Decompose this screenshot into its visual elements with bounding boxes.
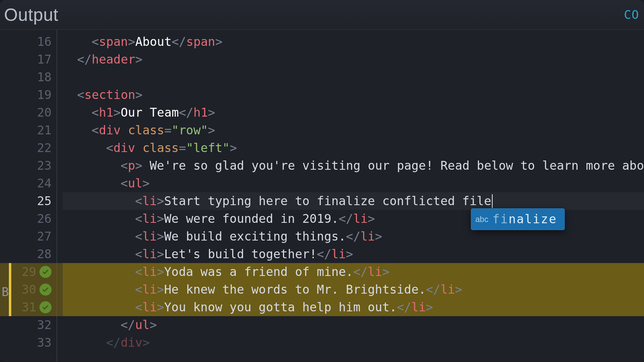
- code-line[interactable]: <div class="left">: [63, 139, 644, 157]
- line-number[interactable]: 23: [9, 157, 53, 175]
- titlebar: Output CO: [0, 0, 644, 30]
- line-number[interactable]: 19: [9, 86, 53, 104]
- conflict-marker: B: [2, 283, 9, 301]
- accept-check-icon[interactable]: [39, 301, 52, 313]
- code-line[interactable]: <li>Let's build together!</li>: [63, 245, 644, 263]
- autocomplete-kind-icon: abc: [475, 210, 488, 228]
- accept-check-icon[interactable]: [39, 284, 52, 296]
- autocomplete-popup[interactable]: abc finalize: [471, 208, 565, 230]
- code-line[interactable]: <li>We build exciting things.</li>: [63, 228, 644, 245]
- panel-title: Output: [4, 5, 58, 25]
- code-line[interactable]: <li>He knew the words to Mr. Brightside.…: [63, 281, 644, 298]
- line-number[interactable]: 17: [9, 51, 53, 68]
- code-line[interactable]: <section>: [63, 86, 644, 104]
- gutter-rule: [56, 30, 57, 362]
- code-line[interactable]: <li>You know you gotta help him out.</li…: [63, 298, 644, 316]
- editor-panel: Output CO B 1617181920212223242526272829…: [0, 0, 644, 362]
- autocomplete-suggestion[interactable]: finalize: [492, 210, 557, 228]
- line-number[interactable]: 16: [9, 33, 53, 51]
- line-number-gutter: 161718192021222324252627282930313233: [9, 30, 56, 362]
- code-line[interactable]: </ul>: [63, 316, 644, 334]
- line-number[interactable]: 18: [9, 68, 53, 86]
- line-number[interactable]: 31: [9, 298, 53, 316]
- code-line[interactable]: <li>Start typing here to finalize confli…: [63, 192, 644, 210]
- code-editor[interactable]: B 161718192021222324252627282930313233 <…: [0, 30, 644, 362]
- line-number[interactable]: 21: [9, 121, 53, 139]
- line-number[interactable]: 33: [9, 334, 53, 352]
- line-number[interactable]: 32: [9, 316, 53, 334]
- code-line[interactable]: <p> We're so glad you're visiting our pa…: [63, 157, 644, 175]
- line-number[interactable]: 20: [9, 104, 53, 121]
- accept-check-icon[interactable]: [39, 266, 52, 278]
- code-line[interactable]: <h1>Our Team</h1>: [63, 104, 644, 121]
- line-number[interactable]: 30: [9, 281, 53, 298]
- panel-link[interactable]: CO: [624, 8, 639, 22]
- line-number[interactable]: 25: [9, 192, 53, 210]
- line-number[interactable]: 28: [9, 245, 53, 263]
- line-number[interactable]: 29: [9, 263, 53, 281]
- text-caret: [492, 194, 493, 208]
- code-line[interactable]: <div class="row">: [63, 121, 644, 139]
- code-line[interactable]: </div>: [63, 334, 644, 352]
- code-line[interactable]: <ul>: [63, 175, 644, 192]
- code-line[interactable]: <li>Yoda was a friend of mine.</li>: [63, 263, 644, 281]
- code-line[interactable]: </header>: [63, 51, 644, 68]
- line-number[interactable]: 22: [9, 139, 53, 157]
- line-number[interactable]: 26: [9, 210, 53, 228]
- change-bar: [9, 263, 11, 316]
- code-area[interactable]: <span>About</span></header><section><h1>…: [63, 30, 644, 362]
- line-number[interactable]: 27: [9, 228, 53, 245]
- code-line[interactable]: <span>About</span>: [63, 33, 644, 51]
- marker-column: B: [0, 30, 9, 362]
- code-line[interactable]: [63, 68, 644, 86]
- line-number[interactable]: 24: [9, 175, 53, 192]
